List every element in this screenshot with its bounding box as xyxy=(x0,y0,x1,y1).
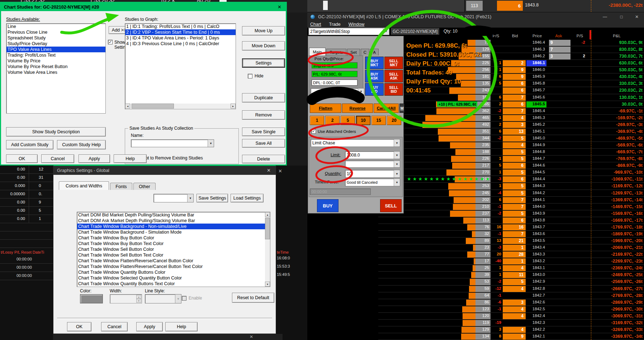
price-value[interactable]: 1842.1 xyxy=(528,334,545,338)
price-value[interactable]: 1843.3 xyxy=(528,252,545,256)
price-value[interactable]: 1843.8 xyxy=(528,218,545,222)
graphics-settings-title-bar[interactable]: Graphics Settings - Global ✕ xyxy=(53,166,276,175)
study-list-item[interactable]: Volume By Price Reset Button xyxy=(6,64,105,70)
graphics-item[interactable]: Chart Trade Window Buy Button Color xyxy=(77,235,270,241)
ladder-row[interactable]: 237-251843.9-1569.97C, -16t xyxy=(378,210,644,217)
settings-button[interactable]: Settings xyxy=(242,58,285,68)
ladder-row[interactable]: 64-11842.7-2769.97C, -28t xyxy=(378,292,644,299)
trade-tab-a[interactable]: A xyxy=(370,49,379,56)
price-value[interactable]: 1845.7 xyxy=(528,88,545,92)
price-value[interactable]: 1846.3 xyxy=(528,47,545,51)
ladder-row[interactable]: 202671844.1-1369.97C, -14t xyxy=(378,197,644,203)
qty-10-button[interactable]: 10 xyxy=(356,116,370,125)
ladder-row[interactable]: 32-171843.6-1869.97C, -19t xyxy=(378,231,644,238)
scroll-left-icon[interactable]: ◂ xyxy=(125,104,130,109)
ladder-row[interactable]: 210-171844.0-1469.97C, -15t xyxy=(378,203,644,210)
tif-combo[interactable]: Good till Canceled ▼ xyxy=(345,178,400,186)
menu-chart[interactable]: Chart xyxy=(310,22,321,27)
ladder-row[interactable]: 270151844.5-969.97C, -10t xyxy=(378,169,644,176)
price-value[interactable]: 1842.8 xyxy=(528,286,545,291)
studies-available-list[interactable]: LinePrevious Close LineSpreadsheet Study… xyxy=(6,23,106,114)
chevron-down-icon[interactable]: ▼ xyxy=(358,88,364,94)
ladder-row[interactable]: 86-631842.6-2869.97C, -29t xyxy=(378,299,644,306)
price-value[interactable]: 1843.9 xyxy=(528,211,545,215)
price-value[interactable]: 1843.6 xyxy=(528,231,545,236)
reverse-button[interactable]: Reverse xyxy=(342,104,373,113)
study-list-item[interactable]: TPO Value Area Lines xyxy=(6,47,105,52)
ladder-row[interactable]: 123-141842.5-2969.97C, -30t xyxy=(378,306,644,313)
scrollbar-thumb[interactable] xyxy=(132,104,174,109)
custom-study-help-button[interactable]: Custom Study Help xyxy=(57,140,106,149)
minimize-button[interactable]: — xyxy=(597,14,613,19)
qty-20-button[interactable]: 20 xyxy=(387,116,401,125)
limit-price-combo[interactable]: 3008.0 ▼ xyxy=(345,151,400,159)
tab-colors-and-widths[interactable]: Colors and Widths xyxy=(59,181,109,190)
graphics-item[interactable]: Chart Trade Window Background - Simulati… xyxy=(77,229,270,235)
study-list-item[interactable]: Previous Close Line xyxy=(6,29,105,35)
price-value[interactable]: 1842.2 xyxy=(528,327,545,331)
ladder-row[interactable]: 25141843.1-2369.97C, -24t xyxy=(378,265,644,272)
graphics-item[interactable]: Chart Trade Window Sell Button Color xyxy=(77,246,270,252)
price-value[interactable]: 1842.7 xyxy=(528,293,545,297)
cancelall-button[interactable]: CancelAll xyxy=(374,104,399,113)
price-value[interactable]: 1844.2 xyxy=(528,191,545,195)
flatten-button[interactable]: Flatten xyxy=(310,104,341,113)
price-value[interactable]: 1842.5 xyxy=(528,307,545,311)
cancel-button[interactable]: Cancel xyxy=(41,154,74,163)
use-attached-checkbox[interactable]: ✓ xyxy=(311,129,316,134)
ladder-row[interactable]: 344-251845.0-469.97C, -5t xyxy=(378,135,644,142)
close-icon[interactable]: ✕ xyxy=(250,334,253,339)
apply-button[interactable]: Apply xyxy=(136,322,163,331)
ladder-row[interactable]: 362-271845.4-69.97C, -1t xyxy=(378,108,644,115)
price-value[interactable]: 1844.5 xyxy=(528,170,545,174)
load-settings-button[interactable]: Load Settings xyxy=(231,194,264,202)
graphics-item[interactable]: Chart Trade Window Flatten/Reverse/Cance… xyxy=(77,258,270,264)
graph-list-hscrollbar[interactable]: ◂ ▸ xyxy=(125,104,236,109)
ladder-row[interactable]: 245-451844.2-1269.97C, -13t xyxy=(378,190,644,197)
graph-study-item[interactable]: 4 | ID:3 Previous Close Line | 0 ms | Ca… xyxy=(125,41,236,47)
qty-1-button[interactable]: 1 xyxy=(310,116,324,125)
graphics-item[interactable]: Chart Trade Window Flatten/Reverse/Cance… xyxy=(77,264,270,269)
ladder-row[interactable]: 365261845.530.03C, 0t xyxy=(378,101,644,108)
chevron-down-icon[interactable]: ▼ xyxy=(383,28,389,35)
ladder-row[interactable]: 226151844.7-769.97C, -8t xyxy=(378,155,644,162)
buy-button[interactable]: BUY xyxy=(317,199,338,212)
save-settings-button[interactable]: Save Settings xyxy=(196,194,228,202)
ladder-row[interactable]: 492231845.2-269.97C, -3t xyxy=(378,121,644,128)
price-value[interactable]: 1844.1 xyxy=(528,197,545,202)
price-value[interactable]: 1846.4 xyxy=(528,40,545,44)
reset-default-button[interactable]: Reset to Default xyxy=(232,293,274,303)
m-button[interactable]: M xyxy=(399,104,404,113)
ladder-row[interactable]: 129341842.2-3269.97C, -33t xyxy=(378,326,644,333)
show-study-description-button[interactable]: Show Study Description xyxy=(6,127,106,137)
scrollbar-thumb[interactable] xyxy=(265,218,270,239)
study-list-item[interactable]: Study/Price Overlay xyxy=(6,41,105,47)
order-type-combo[interactable]: Limit Chase ▼ xyxy=(311,139,400,147)
price-value[interactable]: 1844.3 xyxy=(528,183,545,188)
secondary-price-combo[interactable]: ▼ xyxy=(345,161,400,168)
graphics-item[interactable]: Chart Trade Window Background - Non-simu… xyxy=(77,224,270,229)
delete-button[interactable]: Delete xyxy=(242,155,285,163)
qty-15-button[interactable]: 15 xyxy=(371,116,386,125)
graphics-item[interactable]: Chart DOM Bid Market Depth Pulling/Stack… xyxy=(77,212,270,218)
move-down-button[interactable]: Move Down xyxy=(242,41,285,51)
close-icon[interactable]: ✕ xyxy=(278,4,281,10)
ladder-row[interactable]: 59-1241842.8-2669.97C, -27t xyxy=(378,286,644,292)
trade-tab-c[interactable]: C xyxy=(361,49,369,56)
price-value[interactable]: 1842.3 xyxy=(528,320,545,325)
price-value[interactable]: 1845.2 xyxy=(528,122,545,126)
study-list-item[interactable]: Line xyxy=(6,24,105,29)
ladder-row[interactable]: 3516131845.1-369.97C, -4t xyxy=(378,128,644,135)
close-icon[interactable]: ✕ xyxy=(267,168,271,173)
tab-other[interactable]: Other xyxy=(133,183,156,190)
ladder-row[interactable]: 119-191842.3-3169.97C, -32t xyxy=(378,320,644,326)
chevron-down-icon[interactable]: ▼ xyxy=(208,140,214,147)
settings-collection-combo[interactable]: ▼ xyxy=(153,194,194,202)
graphics-items-list[interactable]: Chart DOM Bid Market Depth Pulling/Stack… xyxy=(77,212,270,287)
price-value[interactable]: 1846.2 xyxy=(528,54,545,58)
width-spinner[interactable]: ▲ ▼ xyxy=(110,294,142,303)
sell-bid-button[interactable]: SELLBID xyxy=(384,83,403,96)
scroll-right-icon[interactable]: ▸ xyxy=(231,104,236,109)
graphics-item[interactable]: Chart Trade Window Buy Button Text Color xyxy=(77,241,270,246)
apply-button[interactable]: Apply xyxy=(79,154,110,163)
